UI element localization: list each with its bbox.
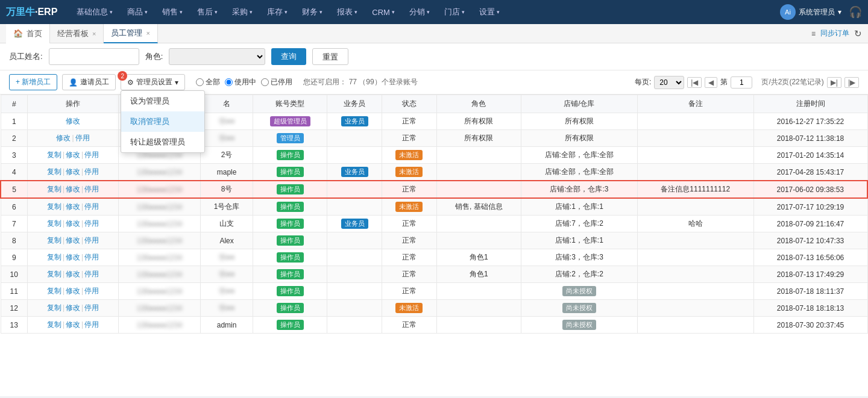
op-停用[interactable]: 停用: [84, 185, 99, 193]
account-type-badge: 操作员: [277, 286, 304, 296]
op-修改[interactable]: 修改: [66, 236, 80, 244]
op-停用[interactable]: 停用: [75, 134, 90, 142]
op-复制[interactable]: 复制: [47, 287, 61, 295]
admin-dropdown-menu: 设为管理员 取消管理员 转让超级管理员: [121, 90, 205, 153]
cell-note: [637, 249, 753, 266]
nav-shangpin[interactable]: 商品 ▾: [120, 0, 155, 24]
op-修改[interactable]: 修改: [66, 167, 80, 176]
nav-shezhi[interactable]: 设置 ▾: [472, 0, 507, 24]
nav-xiaoshou[interactable]: 销售 ▾: [155, 0, 190, 24]
op-修改[interactable]: 修改: [66, 253, 80, 261]
cell-store: 所有权限: [521, 130, 637, 147]
radio-all-label: 全部: [206, 77, 220, 87]
nav-jichuxinxi[interactable]: 基础信息 ▾: [69, 0, 120, 24]
op-修改[interactable]: 修改: [66, 202, 80, 211]
reset-button[interactable]: 重置: [312, 48, 348, 65]
op-复制[interactable]: 复制: [47, 320, 61, 329]
cell-num: 8: [1, 232, 27, 249]
role-select[interactable]: [169, 48, 265, 65]
tab-employee[interactable]: 员工管理 ×: [104, 24, 157, 43]
user-info[interactable]: Ai 系统管理员 ▾: [780, 4, 841, 20]
query-button[interactable]: 查询: [271, 48, 306, 65]
radio-active-input[interactable]: [225, 78, 233, 86]
sync-orders-btn[interactable]: 同步订单: [820, 28, 849, 39]
op-复制[interactable]: 复制: [47, 185, 61, 193]
op-复制[interactable]: 复制: [47, 219, 61, 228]
op-separator: |: [63, 151, 64, 159]
op-停用[interactable]: 停用: [84, 253, 99, 261]
cell-salesman: [327, 266, 382, 283]
page-number-input[interactable]: [731, 76, 752, 89]
tab-employee-close[interactable]: ×: [146, 30, 149, 37]
op-复制[interactable]: 复制: [47, 151, 61, 159]
set-admin-menu-item[interactable]: 设为管理员: [121, 91, 204, 111]
radio-all[interactable]: 全部: [196, 77, 220, 87]
toolbar: + 新增员工 👤 邀请员工 2 ⚙ 管理员设置 ▾ 设为管理员 取消管理员 转让…: [0, 70, 868, 95]
admin-settings-button[interactable]: 2 ⚙ 管理员设置 ▾: [121, 74, 185, 90]
cell-name: 山支: [200, 216, 253, 232]
radio-all-input[interactable]: [196, 78, 204, 86]
op-停用[interactable]: 停用: [84, 320, 99, 329]
cancel-admin-menu-item[interactable]: 取消管理员: [121, 111, 204, 132]
tab-home[interactable]: 🏠 首页: [6, 24, 50, 43]
employee-name-input[interactable]: [49, 48, 139, 65]
op-复制[interactable]: 复制: [47, 236, 61, 244]
account-type-badge: 操作员: [277, 202, 304, 212]
op-停用[interactable]: 停用: [84, 219, 99, 228]
menu-icon: ≡: [811, 30, 816, 38]
cell-role: [436, 164, 521, 181]
nav-mendian[interactable]: 门店 ▾: [437, 0, 472, 24]
page-next-button[interactable]: ▶|: [827, 77, 841, 88]
nav-crm[interactable]: CRM ▾: [365, 0, 402, 24]
nav-baobiao[interactable]: 报表 ▾: [330, 0, 365, 24]
op-停用[interactable]: 停用: [84, 202, 99, 211]
invite-employee-button[interactable]: 👤 邀请员工: [62, 74, 116, 90]
op-停用[interactable]: 停用: [84, 236, 99, 244]
cell-phone: 138●●●●1234: [119, 198, 201, 216]
nav-shouhou[interactable]: 售后 ▾: [190, 0, 225, 24]
op-停用[interactable]: 停用: [84, 303, 99, 312]
cell-salesman: [327, 249, 382, 266]
op-停用[interactable]: 停用: [84, 270, 99, 278]
op-复制[interactable]: 复制: [47, 202, 61, 211]
op-停用[interactable]: 停用: [84, 167, 99, 176]
tab-jingying-close[interactable]: ×: [92, 30, 96, 37]
radio-active[interactable]: 使用中: [225, 77, 256, 87]
op-修改[interactable]: 修改: [66, 303, 80, 312]
op-复制[interactable]: 复制: [47, 303, 61, 312]
op-复制[interactable]: 复制: [47, 253, 61, 261]
nav-fengxiao[interactable]: 分销 ▾: [402, 0, 437, 24]
page-prev-button[interactable]: ◀: [705, 77, 717, 88]
cell-name: 张●●: [200, 266, 253, 283]
status-badge: 未激活: [395, 167, 423, 177]
op-修改[interactable]: 修改: [66, 117, 80, 125]
cell-salesman: [327, 181, 382, 198]
op-停用[interactable]: 停用: [84, 287, 99, 295]
nav-kucun[interactable]: 库存 ▾: [260, 0, 295, 24]
cell-num: 9: [1, 249, 27, 266]
nav-caiwu[interactable]: 财务 ▾: [295, 0, 330, 24]
op-修改[interactable]: 修改: [66, 287, 80, 295]
op-修改[interactable]: 修改: [66, 270, 80, 278]
table-row: 4复制|修改|停用138●●●●1234maple操作员业务员未激活店铺:全部，…: [1, 164, 867, 181]
page-last-button[interactable]: |▶: [844, 77, 859, 88]
headset-icon[interactable]: 🎧: [849, 5, 862, 19]
op-修改[interactable]: 修改: [66, 185, 80, 193]
radio-disabled-input[interactable]: [261, 78, 269, 86]
page-first-button[interactable]: |◀: [687, 77, 702, 88]
op-修改[interactable]: 修改: [66, 219, 80, 228]
op-修改[interactable]: 修改: [66, 151, 80, 159]
op-修改[interactable]: 修改: [66, 320, 80, 329]
page-size-select[interactable]: 20 50 100: [654, 76, 684, 89]
cell-account-type: 操作员: [253, 266, 327, 283]
refresh-icon[interactable]: ↻: [854, 28, 862, 39]
radio-disabled[interactable]: 已停用: [261, 77, 292, 87]
op-停用[interactable]: 停用: [84, 151, 99, 159]
op-复制[interactable]: 复制: [47, 270, 61, 278]
add-employee-button[interactable]: + 新增员工: [9, 74, 57, 90]
op-复制[interactable]: 复制: [47, 167, 61, 176]
transfer-super-admin-menu-item[interactable]: 转让超级管理员: [121, 132, 204, 152]
op-修改[interactable]: 修改: [56, 134, 71, 142]
tab-jingying[interactable]: 经营看板 ×: [50, 24, 104, 43]
nav-caigou[interactable]: 采购 ▾: [225, 0, 260, 24]
